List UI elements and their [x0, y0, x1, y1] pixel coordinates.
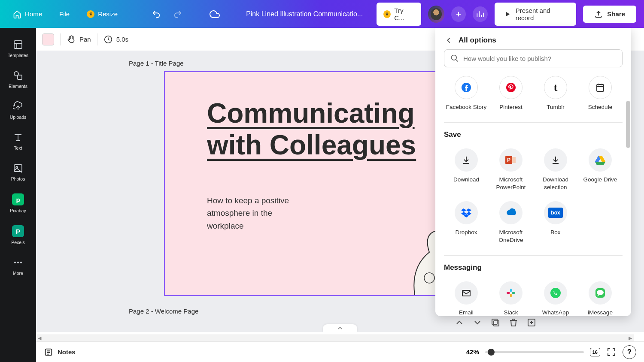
page-2-label: Page 2 - Welcome Page	[129, 308, 198, 315]
box-icon: box	[544, 201, 567, 224]
notes-label: Notes	[58, 348, 76, 356]
sidebar-item-pexels[interactable]: P Pexels	[0, 219, 36, 251]
add-page-button[interactable]	[526, 317, 537, 328]
file-label: File	[59, 10, 70, 18]
option-label: Microsoft PowerPoint	[489, 176, 533, 191]
resize-label: Resize	[98, 10, 118, 18]
play-icon	[503, 10, 511, 18]
sidebar-item-more[interactable]: More	[0, 251, 36, 282]
option-google-drive[interactable]: Google Drive	[578, 146, 623, 194]
option-download-selection[interactable]: Download selection	[533, 146, 578, 194]
sidebar-label: Pexels	[11, 240, 25, 245]
option-label: Download	[453, 176, 479, 184]
fullscreen-button[interactable]	[606, 347, 617, 357]
zoom-slider-thumb[interactable]	[488, 349, 495, 356]
background-color-swatch[interactable]	[42, 33, 54, 45]
home-label: Home	[25, 10, 42, 18]
scroll-right-icon: ▶	[627, 335, 634, 341]
search-input[interactable]	[463, 55, 616, 62]
sidebar-item-photos[interactable]: Photos	[0, 157, 36, 187]
notes-button[interactable]: Notes	[44, 347, 76, 357]
option-download[interactable]: Download	[444, 146, 489, 194]
option-dropbox[interactable]: Dropbox	[444, 199, 489, 247]
duplicate-page-button[interactable]	[490, 317, 501, 328]
elements-icon	[13, 70, 23, 81]
page-1-label: Page 1 - Title Page	[129, 60, 184, 67]
panel-scroll-area[interactable]: Facebook Story Pinterest t Tumblr Schedu…	[435, 73, 631, 316]
pan-label: Pan	[79, 36, 91, 43]
sidebar-item-uploads[interactable]: Uploads	[0, 95, 36, 126]
present-button[interactable]: Present and record	[495, 3, 577, 26]
sidebar-item-text[interactable]: Text	[0, 126, 36, 157]
scroll-left-icon: ◀	[36, 335, 43, 341]
expand-pages-tab[interactable]	[323, 324, 357, 332]
move-down-button[interactable]	[472, 317, 483, 328]
option-slack[interactable]: Slack	[489, 279, 533, 316]
messaging-section-title: Messaging	[444, 263, 623, 272]
sidebar-label: Templates	[8, 53, 28, 58]
zoom-slider[interactable]	[485, 351, 584, 353]
pexels-icon: P	[12, 225, 24, 237]
cloud-sync-button[interactable]	[207, 6, 222, 22]
option-label: Dropbox	[455, 229, 477, 236]
svg-point-31	[550, 288, 561, 298]
add-member-button[interactable]	[451, 6, 466, 22]
option-onedrive[interactable]: Microsoft OneDrive	[489, 199, 533, 247]
delete-page-button[interactable]	[508, 317, 519, 328]
option-pinterest[interactable]: Pinterest	[489, 73, 533, 114]
option-email[interactable]: Email	[444, 279, 489, 316]
option-powerpoint[interactable]: P Microsoft PowerPoint	[489, 146, 533, 194]
sidebar-label: Uploads	[10, 115, 27, 120]
try-canva-button[interactable]: ♛ Try C...	[377, 3, 421, 26]
option-schedule[interactable]: Schedule	[578, 73, 623, 114]
divider	[97, 33, 97, 45]
file-button[interactable]: File	[54, 7, 75, 21]
option-tumblr[interactable]: t Tumblr	[533, 73, 578, 114]
bottom-bar: Notes 42% 16 ?	[36, 341, 644, 362]
horizontal-scrollbar[interactable]: ◀ ▶	[36, 335, 634, 341]
slide-subtitle[interactable]: How to keep a positive atmosphere in the…	[207, 194, 293, 232]
divider	[444, 122, 623, 123]
powerpoint-icon: P	[499, 148, 522, 172]
undo-icon	[152, 9, 161, 19]
back-button[interactable]	[444, 36, 453, 45]
grid-view-button[interactable]: 16	[590, 348, 600, 356]
search-box[interactable]	[444, 49, 623, 67]
option-whatsapp[interactable]: WhatsApp	[533, 279, 578, 316]
sidebar-item-templates[interactable]: Templates	[0, 33, 36, 64]
option-imessage[interactable]: iMessage	[578, 279, 623, 316]
share-button[interactable]: Share	[583, 6, 636, 23]
svg-rect-26	[462, 290, 470, 296]
undo-button[interactable]	[149, 6, 164, 22]
tumblr-icon: t	[544, 76, 567, 99]
photos-icon	[13, 163, 23, 173]
page-controls	[454, 317, 537, 328]
resize-button[interactable]: ♛ Resize	[82, 7, 123, 21]
option-label: Slack	[504, 309, 518, 316]
pan-button[interactable]: Pan	[67, 35, 91, 44]
option-facebook-story[interactable]: Facebook Story	[444, 73, 489, 114]
svg-rect-28	[512, 292, 515, 294]
svg-rect-0	[14, 41, 22, 48]
zoom-percentage[interactable]: 42%	[466, 348, 479, 356]
user-avatar[interactable]	[428, 6, 444, 23]
document-title[interactable]: Pink Lined Illustration Communicatio...	[246, 10, 363, 18]
panel-scrollbar[interactable]	[626, 101, 630, 148]
insights-button[interactable]	[473, 6, 487, 22]
svg-point-7	[20, 262, 22, 263]
home-button[interactable]: Home	[8, 6, 47, 22]
sidebar-item-pixabay[interactable]: p Pixabay	[0, 187, 36, 219]
sidebar-label: Photos	[11, 176, 25, 181]
title-line-1: Communicating	[207, 98, 415, 129]
sidebar-item-elements[interactable]: Elements	[0, 64, 36, 95]
option-box[interactable]: box Box	[533, 199, 578, 247]
svg-rect-27	[510, 289, 512, 292]
redo-button[interactable]	[170, 6, 185, 22]
sidebar-label: Pixabay	[10, 208, 26, 213]
slide-title[interactable]: Communicating with Colleagues	[207, 98, 416, 161]
svg-marker-25	[595, 162, 605, 165]
duration-button[interactable]: 5.0s	[103, 35, 128, 44]
panel-header: All options	[435, 28, 631, 49]
move-up-button[interactable]	[454, 317, 465, 328]
help-button[interactable]: ?	[623, 345, 636, 359]
